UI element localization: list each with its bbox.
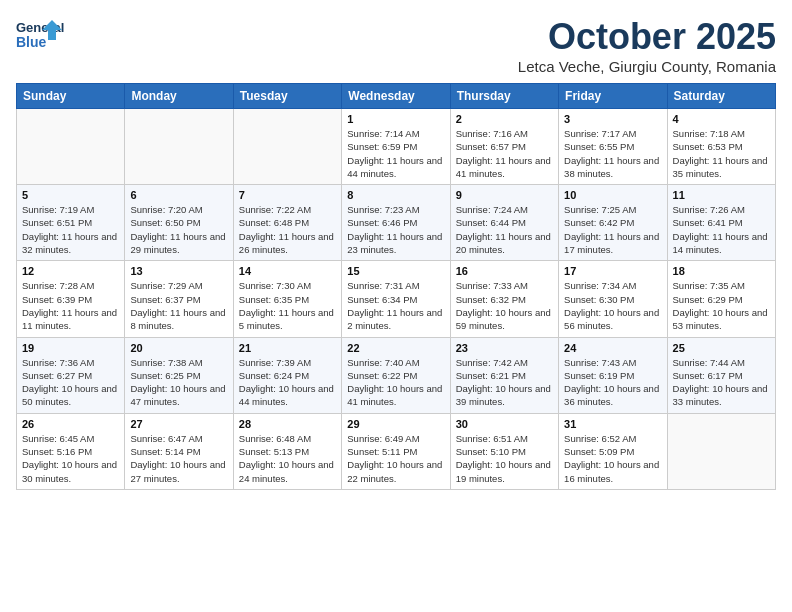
calendar-cell: 18Sunrise: 7:35 AM Sunset: 6:29 PM Dayli…: [667, 261, 775, 337]
day-number: 26: [22, 418, 119, 430]
day-info: Sunrise: 7:17 AM Sunset: 6:55 PM Dayligh…: [564, 127, 661, 180]
calendar-cell: 8Sunrise: 7:23 AM Sunset: 6:46 PM Daylig…: [342, 185, 450, 261]
day-number: 7: [239, 189, 336, 201]
day-info: Sunrise: 7:44 AM Sunset: 6:17 PM Dayligh…: [673, 356, 770, 409]
calendar-cell: 11Sunrise: 7:26 AM Sunset: 6:41 PM Dayli…: [667, 185, 775, 261]
day-info: Sunrise: 7:43 AM Sunset: 6:19 PM Dayligh…: [564, 356, 661, 409]
column-header-friday: Friday: [559, 84, 667, 109]
day-info: Sunrise: 6:51 AM Sunset: 5:10 PM Dayligh…: [456, 432, 553, 485]
column-header-saturday: Saturday: [667, 84, 775, 109]
calendar-cell: 10Sunrise: 7:25 AM Sunset: 6:42 PM Dayli…: [559, 185, 667, 261]
day-info: Sunrise: 7:25 AM Sunset: 6:42 PM Dayligh…: [564, 203, 661, 256]
day-info: Sunrise: 7:33 AM Sunset: 6:32 PM Dayligh…: [456, 279, 553, 332]
calendar-cell: 19Sunrise: 7:36 AM Sunset: 6:27 PM Dayli…: [17, 337, 125, 413]
calendar-cell: 27Sunrise: 6:47 AM Sunset: 5:14 PM Dayli…: [125, 413, 233, 489]
day-info: Sunrise: 7:19 AM Sunset: 6:51 PM Dayligh…: [22, 203, 119, 256]
calendar-cell: 16Sunrise: 7:33 AM Sunset: 6:32 PM Dayli…: [450, 261, 558, 337]
calendar-cell: 21Sunrise: 7:39 AM Sunset: 6:24 PM Dayli…: [233, 337, 341, 413]
month-title: October 2025: [518, 16, 776, 58]
calendar-cell: [125, 109, 233, 185]
column-header-thursday: Thursday: [450, 84, 558, 109]
column-header-wednesday: Wednesday: [342, 84, 450, 109]
day-number: 3: [564, 113, 661, 125]
day-number: 27: [130, 418, 227, 430]
day-number: 2: [456, 113, 553, 125]
calendar-cell: 28Sunrise: 6:48 AM Sunset: 5:13 PM Dayli…: [233, 413, 341, 489]
day-number: 29: [347, 418, 444, 430]
calendar-cell: 24Sunrise: 7:43 AM Sunset: 6:19 PM Dayli…: [559, 337, 667, 413]
day-info: Sunrise: 7:30 AM Sunset: 6:35 PM Dayligh…: [239, 279, 336, 332]
day-number: 13: [130, 265, 227, 277]
day-info: Sunrise: 7:18 AM Sunset: 6:53 PM Dayligh…: [673, 127, 770, 180]
day-info: Sunrise: 7:31 AM Sunset: 6:34 PM Dayligh…: [347, 279, 444, 332]
day-info: Sunrise: 7:16 AM Sunset: 6:57 PM Dayligh…: [456, 127, 553, 180]
day-info: Sunrise: 7:39 AM Sunset: 6:24 PM Dayligh…: [239, 356, 336, 409]
day-number: 30: [456, 418, 553, 430]
calendar-cell: [667, 413, 775, 489]
calendar-cell: 6Sunrise: 7:20 AM Sunset: 6:50 PM Daylig…: [125, 185, 233, 261]
day-info: Sunrise: 7:22 AM Sunset: 6:48 PM Dayligh…: [239, 203, 336, 256]
day-number: 18: [673, 265, 770, 277]
day-number: 31: [564, 418, 661, 430]
day-info: Sunrise: 7:38 AM Sunset: 6:25 PM Dayligh…: [130, 356, 227, 409]
svg-text:Blue: Blue: [16, 34, 47, 50]
day-info: Sunrise: 7:29 AM Sunset: 6:37 PM Dayligh…: [130, 279, 227, 332]
title-block: October 2025 Letca Veche, Giurgiu County…: [518, 16, 776, 75]
day-number: 24: [564, 342, 661, 354]
day-number: 16: [456, 265, 553, 277]
day-number: 19: [22, 342, 119, 354]
day-info: Sunrise: 7:26 AM Sunset: 6:41 PM Dayligh…: [673, 203, 770, 256]
day-info: Sunrise: 7:34 AM Sunset: 6:30 PM Dayligh…: [564, 279, 661, 332]
day-info: Sunrise: 7:24 AM Sunset: 6:44 PM Dayligh…: [456, 203, 553, 256]
day-number: 15: [347, 265, 444, 277]
day-number: 1: [347, 113, 444, 125]
calendar-cell: 9Sunrise: 7:24 AM Sunset: 6:44 PM Daylig…: [450, 185, 558, 261]
day-info: Sunrise: 6:45 AM Sunset: 5:16 PM Dayligh…: [22, 432, 119, 485]
column-header-sunday: Sunday: [17, 84, 125, 109]
calendar-cell: 25Sunrise: 7:44 AM Sunset: 6:17 PM Dayli…: [667, 337, 775, 413]
calendar-cell: 7Sunrise: 7:22 AM Sunset: 6:48 PM Daylig…: [233, 185, 341, 261]
day-number: 9: [456, 189, 553, 201]
calendar-cell: 13Sunrise: 7:29 AM Sunset: 6:37 PM Dayli…: [125, 261, 233, 337]
calendar-cell: 3Sunrise: 7:17 AM Sunset: 6:55 PM Daylig…: [559, 109, 667, 185]
logo-icon: General Blue: [16, 16, 64, 60]
calendar-table: SundayMondayTuesdayWednesdayThursdayFrid…: [16, 83, 776, 490]
calendar-cell: 30Sunrise: 6:51 AM Sunset: 5:10 PM Dayli…: [450, 413, 558, 489]
calendar-cell: 15Sunrise: 7:31 AM Sunset: 6:34 PM Dayli…: [342, 261, 450, 337]
calendar-cell: 26Sunrise: 6:45 AM Sunset: 5:16 PM Dayli…: [17, 413, 125, 489]
day-number: 12: [22, 265, 119, 277]
day-info: Sunrise: 7:20 AM Sunset: 6:50 PM Dayligh…: [130, 203, 227, 256]
day-number: 6: [130, 189, 227, 201]
day-number: 25: [673, 342, 770, 354]
calendar-cell: 31Sunrise: 6:52 AM Sunset: 5:09 PM Dayli…: [559, 413, 667, 489]
day-number: 5: [22, 189, 119, 201]
day-info: Sunrise: 7:36 AM Sunset: 6:27 PM Dayligh…: [22, 356, 119, 409]
calendar-cell: 17Sunrise: 7:34 AM Sunset: 6:30 PM Dayli…: [559, 261, 667, 337]
column-header-monday: Monday: [125, 84, 233, 109]
day-info: Sunrise: 6:47 AM Sunset: 5:14 PM Dayligh…: [130, 432, 227, 485]
calendar-cell: [233, 109, 341, 185]
day-number: 22: [347, 342, 444, 354]
calendar-cell: 14Sunrise: 7:30 AM Sunset: 6:35 PM Dayli…: [233, 261, 341, 337]
day-number: 28: [239, 418, 336, 430]
day-number: 11: [673, 189, 770, 201]
calendar-cell: 29Sunrise: 6:49 AM Sunset: 5:11 PM Dayli…: [342, 413, 450, 489]
calendar-cell: 4Sunrise: 7:18 AM Sunset: 6:53 PM Daylig…: [667, 109, 775, 185]
day-info: Sunrise: 6:52 AM Sunset: 5:09 PM Dayligh…: [564, 432, 661, 485]
column-header-tuesday: Tuesday: [233, 84, 341, 109]
calendar-cell: 20Sunrise: 7:38 AM Sunset: 6:25 PM Dayli…: [125, 337, 233, 413]
day-info: Sunrise: 6:48 AM Sunset: 5:13 PM Dayligh…: [239, 432, 336, 485]
calendar-cell: 1Sunrise: 7:14 AM Sunset: 6:59 PM Daylig…: [342, 109, 450, 185]
calendar-cell: 2Sunrise: 7:16 AM Sunset: 6:57 PM Daylig…: [450, 109, 558, 185]
day-number: 21: [239, 342, 336, 354]
day-number: 10: [564, 189, 661, 201]
calendar-cell: 22Sunrise: 7:40 AM Sunset: 6:22 PM Dayli…: [342, 337, 450, 413]
day-info: Sunrise: 7:14 AM Sunset: 6:59 PM Dayligh…: [347, 127, 444, 180]
day-info: Sunrise: 7:40 AM Sunset: 6:22 PM Dayligh…: [347, 356, 444, 409]
day-info: Sunrise: 7:28 AM Sunset: 6:39 PM Dayligh…: [22, 279, 119, 332]
location-title: Letca Veche, Giurgiu County, Romania: [518, 58, 776, 75]
day-number: 17: [564, 265, 661, 277]
logo: General Blue: [16, 16, 64, 60]
calendar-cell: 12Sunrise: 7:28 AM Sunset: 6:39 PM Dayli…: [17, 261, 125, 337]
day-info: Sunrise: 7:42 AM Sunset: 6:21 PM Dayligh…: [456, 356, 553, 409]
